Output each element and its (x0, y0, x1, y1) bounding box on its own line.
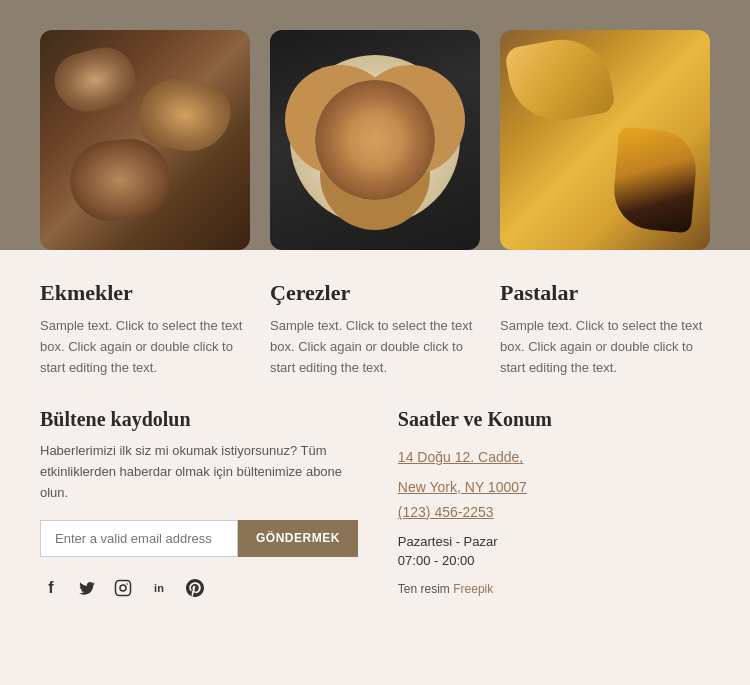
gallery-section (0, 0, 750, 250)
location-phone[interactable]: (123) 456-2253 (398, 504, 710, 520)
product-bread-desc: Sample text. Click to select the text bo… (40, 316, 250, 378)
photo-credit: Ten resim Freepik (398, 582, 710, 596)
pinterest-icon[interactable] (184, 577, 206, 599)
product-cookies-title: Çerezler (270, 280, 480, 306)
instagram-icon[interactable] (112, 577, 134, 599)
location-address-line1[interactable]: 14 Doğu 12. Cadde, (398, 445, 710, 470)
svg-rect-0 (116, 580, 131, 595)
submit-button[interactable]: GÖNDERMEK (238, 520, 358, 557)
location-title: Saatler ve Konum (398, 408, 710, 431)
svg-point-2 (126, 583, 128, 585)
photo-credit-prefix: Ten resim (398, 582, 453, 596)
newsletter-desc: Haberlerimizi ilk siz mi okumak istiyors… (40, 441, 358, 503)
location-col: Saatler ve Konum 14 Doğu 12. Cadde, New … (398, 408, 710, 598)
product-bread-title: Ekmekler (40, 280, 250, 306)
linkedin-icon[interactable]: in (148, 577, 170, 599)
newsletter-title: Bültene kaydolun (40, 408, 358, 431)
products-section: Ekmekler Sample text. Click to select th… (0, 250, 750, 398)
email-input[interactable] (40, 520, 238, 557)
freepik-link[interactable]: Freepik (453, 582, 493, 596)
location-address-line2[interactable]: New York, NY 10007 (398, 475, 710, 500)
social-icons-row: f in (40, 577, 358, 599)
pastries-image (500, 30, 710, 250)
product-cookies: Çerezler Sample text. Click to select th… (270, 280, 480, 378)
newsletter-col: Bültene kaydolun Haberlerimizi ilk siz m… (40, 408, 358, 598)
svg-point-1 (120, 585, 126, 591)
location-hours: 07:00 - 20:00 (398, 553, 710, 568)
product-cakes-title: Pastalar (500, 280, 710, 306)
email-form: GÖNDERMEK (40, 520, 358, 557)
bread-inner-detail (67, 136, 174, 224)
product-cakes: Pastalar Sample text. Click to select th… (500, 280, 710, 378)
bottom-section: Bültene kaydolun Haberlerimizi ilk siz m… (0, 398, 750, 628)
rolls-image (270, 30, 480, 250)
product-cookies-desc: Sample text. Click to select the text bo… (270, 316, 480, 378)
location-days: Pazartesi - Pazar (398, 534, 710, 549)
bread-image (40, 30, 250, 250)
product-cakes-desc: Sample text. Click to select the text bo… (500, 316, 710, 378)
facebook-icon[interactable]: f (40, 577, 62, 599)
product-bread: Ekmekler Sample text. Click to select th… (40, 280, 250, 378)
twitter-icon[interactable] (76, 577, 98, 599)
